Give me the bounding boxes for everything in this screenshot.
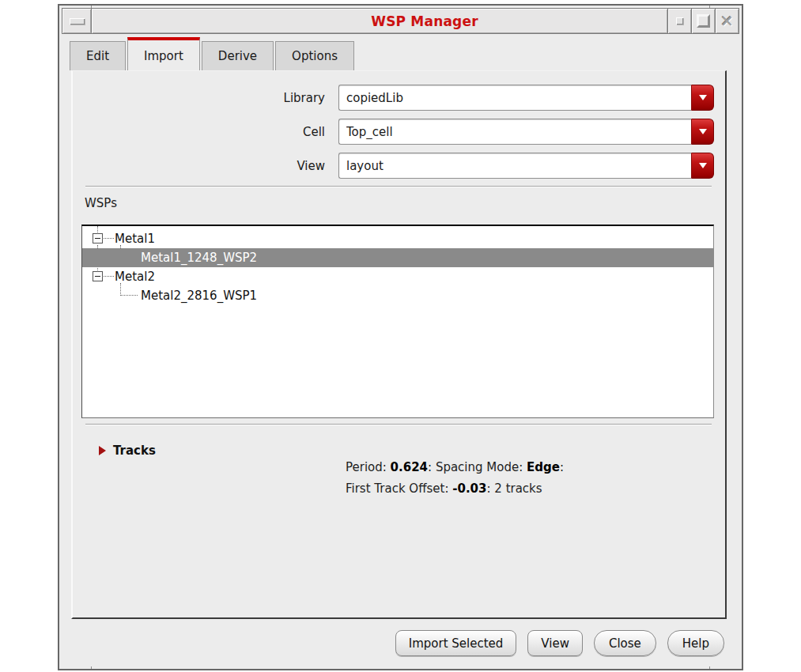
chevron-down-icon (699, 95, 707, 100)
cell-label: Cell (73, 125, 338, 139)
view-input[interactable] (338, 153, 691, 179)
maximize-icon (697, 14, 710, 28)
library-input[interactable] (338, 85, 691, 111)
library-label: Library (73, 91, 338, 105)
tree-node-metal2-wsp1[interactable]: Metal2_2816_WSP1 (82, 286, 713, 305)
tab-bar: Edit Import Derive Options (70, 37, 356, 70)
tab-import[interactable]: Import (127, 37, 200, 70)
separator (85, 424, 712, 425)
view-button[interactable]: View (527, 630, 583, 656)
chevron-down-icon (699, 163, 707, 168)
frame-resize-notch (91, 666, 92, 669)
help-button[interactable]: Help (667, 630, 724, 656)
close-dialog-button[interactable]: Close (594, 630, 656, 656)
chevron-down-icon (699, 129, 707, 134)
tracks-summary-line2: First Track Offset: -0.03: 2 tracks (346, 478, 564, 500)
minimize-button[interactable] (667, 9, 691, 33)
cell-combo (338, 119, 714, 145)
frame-resize-notch (709, 6, 710, 8)
tracks-summary-line1: Period: 0.624: Spacing Mode: Edge: (346, 457, 564, 478)
tracks-label: Tracks (113, 444, 156, 458)
library-combo (338, 85, 714, 111)
view-row: View (73, 149, 725, 183)
view-combo (338, 153, 714, 179)
import-tab-panel: Library Cell (71, 70, 727, 619)
tree-node-metal1[interactable]: Metal1 (82, 229, 713, 248)
tab-edit[interactable]: Edit (70, 41, 126, 70)
title-bar[interactable]: WSP Manager ✕ (62, 8, 739, 34)
tree-node-metal2[interactable]: Metal2 (82, 267, 713, 286)
tree-node-metal1-wsp2[interactable]: Metal1_1248_WSP2 (82, 248, 713, 267)
cell-input[interactable] (338, 119, 691, 145)
footer-button-row: Import Selected View Close Help (395, 630, 724, 656)
library-dropdown-button[interactable] (691, 85, 714, 111)
tracks-summary: Period: 0.624: Spacing Mode: Edge: First… (346, 457, 564, 500)
maximize-button[interactable] (691, 9, 715, 33)
view-label: View (73, 159, 338, 173)
cell-row: Cell (73, 115, 725, 149)
tab-options[interactable]: Options (275, 41, 354, 70)
tab-derive[interactable]: Derive (202, 41, 274, 70)
wsp-tree[interactable]: Metal1 Metal1_1248_WSP2 Metal2 Metal2_28… (81, 225, 714, 418)
close-icon: ✕ (720, 13, 734, 29)
cell-dropdown-button[interactable] (691, 119, 714, 145)
wsp-manager-window: WSP Manager ✕ Edit Import Derive Options… (58, 4, 743, 670)
view-dropdown-button[interactable] (691, 153, 714, 179)
wsps-label: WSPs (85, 196, 117, 210)
client-area: Edit Import Derive Options Library (62, 36, 739, 666)
window-menu-button[interactable] (62, 9, 92, 33)
triangle-right-icon (99, 446, 106, 455)
frame-resize-notch (91, 6, 92, 8)
import-selected-button[interactable]: Import Selected (395, 630, 517, 656)
minimize-icon (676, 17, 683, 25)
window-title: WSP Manager (92, 9, 667, 33)
window-menu-icon (70, 18, 85, 25)
library-row: Library (73, 81, 725, 115)
tracks-section-header[interactable]: Tracks (99, 444, 156, 458)
separator (85, 186, 712, 187)
frame-resize-notch (709, 666, 710, 669)
lcv-form: Library Cell (73, 81, 725, 183)
close-button[interactable]: ✕ (715, 9, 739, 33)
